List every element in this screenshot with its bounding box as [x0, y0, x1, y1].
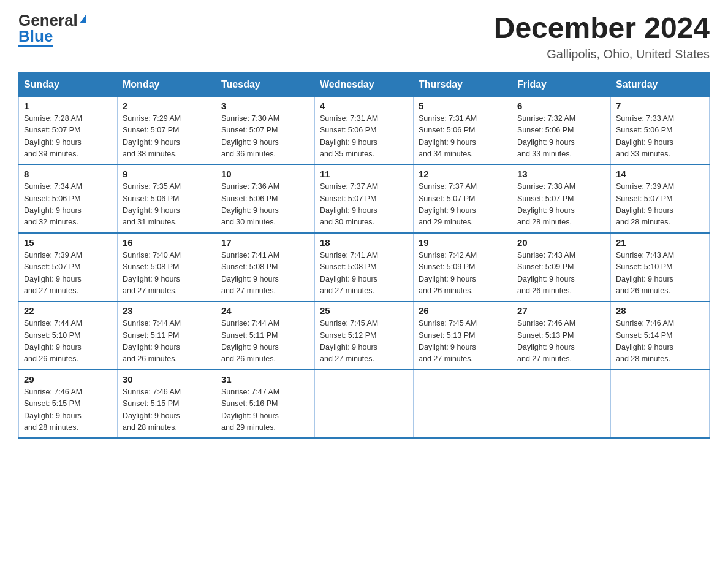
logo-general-text: General [18, 12, 78, 28]
day-number: 13 [517, 169, 605, 179]
day-number: 12 [419, 169, 507, 179]
header-row: Sunday Monday Tuesday Wednesday Thursday… [19, 72, 710, 96]
title-area: December 2024 Gallipolis, Ohio, United S… [494, 12, 710, 61]
calendar-cell: 5 Sunrise: 7:31 AMSunset: 5:06 PMDayligh… [414, 96, 512, 164]
day-number: 15 [24, 237, 112, 248]
day-number: 6 [517, 101, 605, 111]
day-info: Sunrise: 7:31 AMSunset: 5:06 PMDaylight:… [419, 114, 477, 158]
logo-triangle-icon [80, 15, 86, 23]
calendar-cell: 11 Sunrise: 7:37 AMSunset: 5:07 PMDaylig… [315, 164, 414, 233]
calendar-cell: 10 Sunrise: 7:36 AMSunset: 5:06 PMDaylig… [216, 164, 315, 233]
day-number: 3 [221, 101, 309, 111]
calendar-cell: 14 Sunrise: 7:39 AMSunset: 5:07 PMDaylig… [611, 164, 710, 233]
day-number: 25 [320, 305, 408, 316]
day-number: 20 [517, 237, 605, 248]
day-info: Sunrise: 7:36 AMSunset: 5:06 PMDaylight:… [221, 182, 279, 226]
day-info: Sunrise: 7:30 AMSunset: 5:07 PMDaylight:… [221, 114, 279, 158]
day-number: 7 [616, 101, 704, 111]
day-number: 22 [24, 305, 112, 316]
day-info: Sunrise: 7:46 AMSunset: 5:15 PMDaylight:… [24, 388, 82, 432]
calendar-cell: 8 Sunrise: 7:34 AMSunset: 5:06 PMDayligh… [19, 164, 118, 233]
calendar-week-1: 1 Sunrise: 7:28 AMSunset: 5:07 PMDayligh… [19, 96, 710, 164]
day-info: Sunrise: 7:47 AMSunset: 5:16 PMDaylight:… [221, 388, 279, 432]
day-info: Sunrise: 7:37 AMSunset: 5:07 PMDaylight:… [320, 182, 378, 226]
day-info: Sunrise: 7:31 AMSunset: 5:06 PMDaylight:… [320, 114, 378, 158]
calendar-cell: 24 Sunrise: 7:44 AMSunset: 5:11 PMDaylig… [216, 301, 315, 370]
calendar-cell: 7 Sunrise: 7:33 AMSunset: 5:06 PMDayligh… [611, 96, 710, 164]
calendar-cell: 25 Sunrise: 7:45 AMSunset: 5:12 PMDaylig… [315, 301, 414, 370]
header-saturday: Saturday [611, 72, 710, 96]
calendar-cell [611, 370, 710, 439]
day-info: Sunrise: 7:41 AMSunset: 5:08 PMDaylight:… [221, 251, 279, 295]
day-info: Sunrise: 7:42 AMSunset: 5:09 PMDaylight:… [419, 251, 477, 295]
day-info: Sunrise: 7:46 AMSunset: 5:13 PMDaylight:… [517, 319, 575, 363]
calendar-week-4: 22 Sunrise: 7:44 AMSunset: 5:10 PMDaylig… [19, 301, 710, 370]
day-number: 2 [123, 101, 211, 111]
page-header: General Blue December 2024 Gallipolis, O… [18, 12, 710, 61]
calendar-cell: 20 Sunrise: 7:43 AMSunset: 5:09 PMDaylig… [512, 233, 611, 302]
calendar-cell: 29 Sunrise: 7:46 AMSunset: 5:15 PMDaylig… [19, 370, 118, 439]
month-title: December 2024 [494, 12, 710, 45]
day-info: Sunrise: 7:45 AMSunset: 5:13 PMDaylight:… [419, 319, 477, 363]
calendar-cell: 2 Sunrise: 7:29 AMSunset: 5:07 PMDayligh… [118, 96, 216, 164]
calendar-cell: 4 Sunrise: 7:31 AMSunset: 5:06 PMDayligh… [315, 96, 414, 164]
day-number: 31 [221, 374, 309, 385]
day-info: Sunrise: 7:46 AMSunset: 5:14 PMDaylight:… [616, 319, 674, 363]
calendar-cell: 15 Sunrise: 7:39 AMSunset: 5:07 PMDaylig… [19, 233, 118, 302]
calendar-cell [414, 370, 512, 439]
calendar-cell: 12 Sunrise: 7:37 AMSunset: 5:07 PMDaylig… [414, 164, 512, 233]
day-info: Sunrise: 7:43 AMSunset: 5:10 PMDaylight:… [616, 251, 674, 295]
header-wednesday: Wednesday [315, 72, 414, 96]
day-number: 30 [123, 374, 211, 385]
calendar-cell [512, 370, 611, 439]
calendar-table: Sunday Monday Tuesday Wednesday Thursday… [18, 72, 710, 439]
day-number: 11 [320, 169, 408, 179]
header-thursday: Thursday [414, 72, 512, 96]
day-number: 21 [616, 237, 704, 248]
day-number: 9 [123, 169, 211, 179]
day-number: 27 [517, 305, 605, 316]
calendar-cell: 30 Sunrise: 7:46 AMSunset: 5:15 PMDaylig… [118, 370, 216, 439]
day-number: 16 [123, 237, 211, 248]
day-number: 10 [221, 169, 309, 179]
location-subtitle: Gallipolis, Ohio, United States [494, 47, 710, 61]
day-number: 26 [419, 305, 507, 316]
calendar-cell [315, 370, 414, 439]
day-number: 14 [616, 169, 704, 179]
calendar-header: Sunday Monday Tuesday Wednesday Thursday… [19, 72, 710, 96]
day-number: 18 [320, 237, 408, 248]
day-number: 29 [24, 374, 112, 385]
calendar-cell: 22 Sunrise: 7:44 AMSunset: 5:10 PMDaylig… [19, 301, 118, 370]
day-number: 8 [24, 169, 112, 179]
calendar-cell: 19 Sunrise: 7:42 AMSunset: 5:09 PMDaylig… [414, 233, 512, 302]
day-info: Sunrise: 7:44 AMSunset: 5:11 PMDaylight:… [221, 319, 279, 363]
day-number: 1 [24, 101, 112, 111]
calendar-cell: 13 Sunrise: 7:38 AMSunset: 5:07 PMDaylig… [512, 164, 611, 233]
day-info: Sunrise: 7:45 AMSunset: 5:12 PMDaylight:… [320, 319, 378, 363]
day-info: Sunrise: 7:34 AMSunset: 5:06 PMDaylight:… [24, 182, 82, 226]
calendar-cell: 17 Sunrise: 7:41 AMSunset: 5:08 PMDaylig… [216, 233, 315, 302]
calendar-cell: 27 Sunrise: 7:46 AMSunset: 5:13 PMDaylig… [512, 301, 611, 370]
calendar-body: 1 Sunrise: 7:28 AMSunset: 5:07 PMDayligh… [19, 96, 710, 438]
day-info: Sunrise: 7:33 AMSunset: 5:06 PMDaylight:… [616, 114, 674, 158]
calendar-week-3: 15 Sunrise: 7:39 AMSunset: 5:07 PMDaylig… [19, 233, 710, 302]
day-info: Sunrise: 7:37 AMSunset: 5:07 PMDaylight:… [419, 182, 477, 226]
day-info: Sunrise: 7:29 AMSunset: 5:07 PMDaylight:… [123, 114, 181, 158]
day-info: Sunrise: 7:44 AMSunset: 5:11 PMDaylight:… [123, 319, 181, 363]
calendar-cell: 6 Sunrise: 7:32 AMSunset: 5:06 PMDayligh… [512, 96, 611, 164]
header-friday: Friday [512, 72, 611, 96]
logo: General Blue [18, 12, 86, 47]
day-info: Sunrise: 7:41 AMSunset: 5:08 PMDaylight:… [320, 251, 378, 295]
calendar-cell: 3 Sunrise: 7:30 AMSunset: 5:07 PMDayligh… [216, 96, 315, 164]
calendar-week-2: 8 Sunrise: 7:34 AMSunset: 5:06 PMDayligh… [19, 164, 710, 233]
calendar-week-5: 29 Sunrise: 7:46 AMSunset: 5:15 PMDaylig… [19, 370, 710, 439]
day-info: Sunrise: 7:32 AMSunset: 5:06 PMDaylight:… [517, 114, 575, 158]
day-info: Sunrise: 7:39 AMSunset: 5:07 PMDaylight:… [24, 251, 82, 295]
calendar-cell: 31 Sunrise: 7:47 AMSunset: 5:16 PMDaylig… [216, 370, 315, 439]
calendar-cell: 16 Sunrise: 7:40 AMSunset: 5:08 PMDaylig… [118, 233, 216, 302]
day-info: Sunrise: 7:40 AMSunset: 5:08 PMDaylight:… [123, 251, 181, 295]
day-number: 17 [221, 237, 309, 248]
calendar-cell: 23 Sunrise: 7:44 AMSunset: 5:11 PMDaylig… [118, 301, 216, 370]
day-number: 4 [320, 101, 408, 111]
calendar-cell: 26 Sunrise: 7:45 AMSunset: 5:13 PMDaylig… [414, 301, 512, 370]
